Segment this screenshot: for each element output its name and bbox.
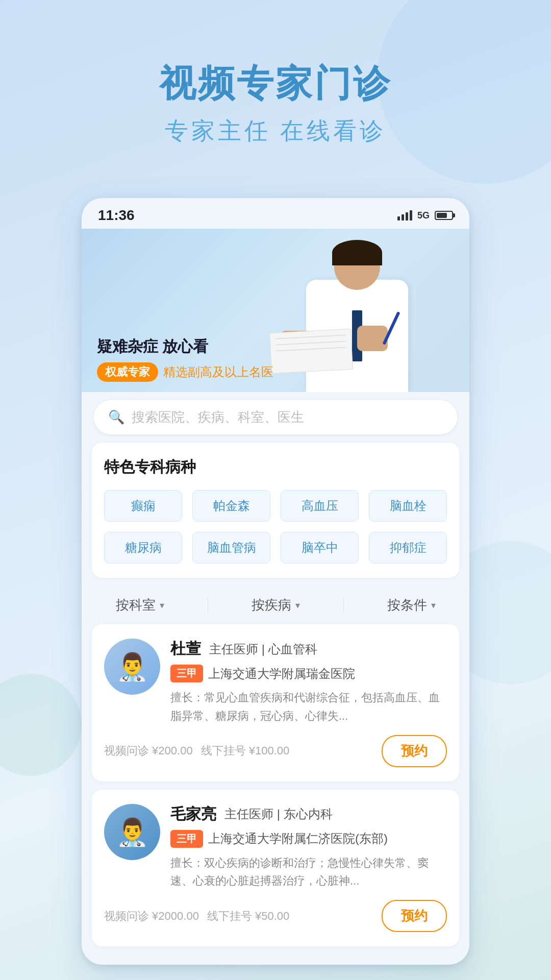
doctor-card: 👨‍⚕️ 杜萱 主任医师 | 心血管科 三甲 上海交通大学附属瑞金医院 擅长：常… — [92, 624, 459, 781]
doctor-card-footer: 视频问诊 ¥200.00 线下挂号 ¥100.00 预约 — [104, 735, 447, 767]
chevron-down-icon-3: ▾ — [431, 600, 436, 611]
doctor-card: 👨‍⚕️ 毛家亮 主任医师 | 东心内科 三甲 上海交通大学附属仁济医院(东部)… — [92, 790, 459, 946]
doctor-avatar: 👨‍⚕️ — [104, 639, 160, 695]
status-time: 11:36 — [98, 207, 135, 224]
avatar-icon: 👨‍⚕️ — [116, 653, 149, 680]
hospital-name: 上海交通大学附属仁济医院(东部) — [208, 830, 388, 847]
hero-section: 视频专家门诊 专家主任 在线看诊 — [0, 0, 551, 178]
disease-tag-item[interactable]: 脑血管病 — [192, 532, 270, 564]
doctor-name: 杜萱 — [170, 639, 201, 659]
disease-tag-item[interactable]: 癫痫 — [104, 490, 182, 522]
doctor-figure — [286, 249, 429, 392]
filter-divider-2 — [343, 598, 344, 613]
doctor-list: 👨‍⚕️ 杜萱 主任医师 | 心血管科 三甲 上海交通大学附属瑞金医院 擅长：常… — [82, 624, 469, 946]
doctor-card-header: 👨‍⚕️ 杜萱 主任医师 | 心血管科 三甲 上海交通大学附属瑞金医院 擅长：常… — [104, 639, 447, 724]
notebook-prop — [269, 329, 353, 374]
avatar-icon: 👨‍⚕️ — [116, 819, 149, 845]
phone-mockup: 11:36 5G — [82, 198, 469, 965]
doctor-avatar: 👨‍⚕️ — [104, 804, 160, 860]
filter-disease[interactable]: 按疾病 ▾ — [252, 596, 300, 614]
hospital-level-badge: 三甲 — [170, 665, 203, 682]
doctor-card-header: 👨‍⚕️ 毛家亮 主任医师 | 东心内科 三甲 上海交通大学附属仁济医院(东部)… — [104, 804, 447, 890]
banner-overlay: 疑难杂症 放心看 权威专家 精选副高及以上名医 — [97, 336, 273, 382]
filter-condition[interactable]: 按条件 ▾ — [387, 596, 436, 614]
doctor-desc: 擅长：常见心血管疾病和代谢综合征，包括高血压、血脂异常、糖尿病，冠心病、心律失.… — [170, 689, 447, 724]
hero-title: 视频专家门诊 — [31, 61, 520, 105]
doctor-name: 毛家亮 — [170, 804, 216, 825]
filter-divider-1 — [208, 598, 208, 613]
hospital-row: 三甲 上海交通大学附属瑞金医院 — [170, 665, 447, 682]
line-price: 线下挂号 ¥50.00 — [207, 909, 289, 924]
network-label: 5G — [417, 210, 430, 221]
signal-icon — [397, 210, 412, 220]
filter-department-label: 按科室 — [116, 596, 156, 614]
chevron-down-icon-2: ▾ — [295, 600, 300, 611]
search-placeholder-text: 搜索医院、疾病、科室、医生 — [132, 408, 304, 426]
authority-badge: 权威专家 — [97, 362, 158, 382]
disease-tag-item[interactable]: 抑郁症 — [369, 532, 447, 564]
video-price: 视频问诊 ¥2000.00 — [104, 909, 199, 924]
disease-tag-item[interactable]: 糖尿病 — [104, 532, 182, 564]
disease-tag-grid: 癫痫帕金森高血压脑血栓糖尿病脑血管病脑卒中抑郁症 — [104, 490, 447, 564]
hero-subtitle: 专家主任 在线看诊 — [31, 115, 520, 147]
disease-tag-item[interactable]: 脑卒中 — [281, 532, 359, 564]
appoint-button[interactable]: 预约 — [382, 900, 447, 932]
bg-decoration-3 — [0, 674, 82, 776]
doctor-title: 主任医师 | 东心内科 — [224, 806, 333, 822]
doctor-title: 主任医师 | 心血管科 — [209, 641, 317, 657]
disease-tag-item[interactable]: 帕金森 — [192, 490, 270, 522]
filter-condition-label: 按条件 — [387, 596, 427, 614]
battery-icon — [435, 211, 453, 220]
status-icons: 5G — [397, 210, 453, 221]
price-tags: 视频问诊 ¥200.00 线下挂号 ¥100.00 — [104, 743, 289, 758]
doctor-info: 毛家亮 主任医师 | 东心内科 三甲 上海交通大学附属仁济医院(东部) 擅长：双… — [170, 804, 447, 890]
banner-tag: 权威专家 精选副高及以上名医 — [97, 362, 273, 382]
search-bar[interactable]: 🔍 搜索医院、疾病、科室、医生 — [94, 400, 457, 434]
appoint-button[interactable]: 预约 — [382, 735, 447, 767]
filter-department[interactable]: 按科室 ▾ — [116, 596, 164, 614]
hospital-name: 上海交通大学附属瑞金医院 — [208, 666, 355, 682]
disease-tag-item[interactable]: 高血压 — [281, 490, 359, 522]
banner-tag-desc: 精选副高及以上名医 — [163, 364, 273, 380]
status-bar: 11:36 5G — [82, 198, 469, 229]
banner-main-text: 疑难杂症 放心看 — [97, 336, 273, 357]
disease-tag-item[interactable]: 脑血栓 — [369, 490, 447, 522]
video-price: 视频问诊 ¥200.00 — [104, 743, 193, 758]
filter-disease-label: 按疾病 — [252, 596, 291, 614]
line-price: 线下挂号 ¥100.00 — [201, 743, 290, 758]
doctor-banner: 疑难杂症 放心看 权威专家 精选副高及以上名医 — [82, 229, 469, 392]
chevron-down-icon: ▾ — [160, 600, 164, 611]
search-icon: 🔍 — [108, 409, 124, 425]
doctor-name-row: 毛家亮 主任医师 | 东心内科 — [170, 804, 447, 825]
special-section-title: 特色专科病种 — [104, 457, 447, 478]
special-section: 特色专科病种 癫痫帕金森高血压脑血栓糖尿病脑血管病脑卒中抑郁症 — [92, 443, 459, 578]
filter-bar: 按科室 ▾ 按疾病 ▾ 按条件 ▾ — [82, 586, 469, 624]
price-tags: 视频问诊 ¥2000.00 线下挂号 ¥50.00 — [104, 909, 289, 924]
doctor-card-footer: 视频问诊 ¥2000.00 线下挂号 ¥50.00 预约 — [104, 900, 447, 932]
doctor-desc: 擅长：双心疾病的诊断和治疗；急慢性心律失常、窦速、心衰的心脏起搏器治疗，心脏神.… — [170, 854, 447, 890]
doctor-info: 杜萱 主任医师 | 心血管科 三甲 上海交通大学附属瑞金医院 擅长：常见心血管疾… — [170, 639, 447, 724]
doctor-name-row: 杜萱 主任医师 | 心血管科 — [170, 639, 447, 659]
hospital-row: 三甲 上海交通大学附属仁济医院(东部) — [170, 830, 447, 848]
hospital-level-badge: 三甲 — [170, 830, 203, 848]
